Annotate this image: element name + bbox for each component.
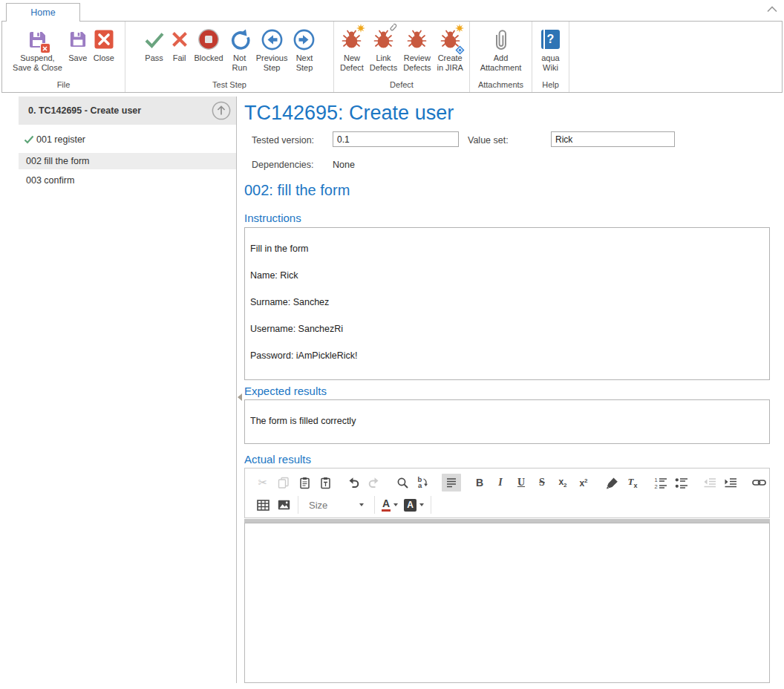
panel-divider: [236, 97, 237, 683]
button-label: Previous Step: [256, 53, 288, 73]
undo-icon[interactable]: [344, 474, 363, 492]
test-execution-main: TC142695: Create user Tested version: Va…: [244, 97, 770, 683]
subscript-icon[interactable]: x2: [553, 474, 572, 492]
value-set-label: Value set:: [468, 135, 509, 146]
table-icon[interactable]: [253, 496, 272, 514]
suspend-save-close-button[interactable]: Suspend, Save & Close: [10, 24, 65, 79]
bulleted-list-icon[interactable]: [672, 474, 691, 492]
button-label: Suspend, Save & Close: [13, 53, 62, 73]
step-heading: 002: fill the form: [244, 182, 350, 199]
chevron-down-icon: [359, 503, 364, 506]
review-defects-button[interactable]: Review Defects: [401, 24, 433, 79]
sidebar-item-001-register[interactable]: 001 register: [19, 131, 236, 148]
ribbon-group-help: ? aqua Wiki Help: [532, 22, 569, 92]
instructions-heading: Instructions: [244, 212, 301, 224]
underline-icon[interactable]: U: [512, 474, 531, 492]
button-label: Link Defects: [370, 53, 397, 73]
redo-icon[interactable]: [365, 474, 384, 492]
check-icon: [24, 135, 34, 144]
new-defect-button[interactable]: New Defect: [338, 24, 366, 79]
ribbon-group-attachments: Add Attachment Attachments: [470, 22, 532, 92]
previous-step-button[interactable]: Previous Step: [254, 24, 290, 79]
italic-icon[interactable]: I: [491, 474, 510, 492]
button-label: Not Run: [232, 53, 247, 73]
sidebar-header-label: 0. TC142695 - Create user: [28, 105, 141, 116]
actual-results-editor-content[interactable]: [244, 523, 770, 683]
not-run-button[interactable]: Not Run: [227, 24, 252, 79]
toolbar-row-1: ✂ ba: [252, 471, 762, 494]
floppy-icon: [68, 25, 88, 53]
numbered-list-icon[interactable]: 1 2: [651, 474, 670, 492]
tested-version-label: Tested version:: [252, 135, 314, 146]
select-all-icon[interactable]: [442, 474, 461, 492]
remove-format-icon[interactable]: Tx: [623, 474, 642, 492]
cross-icon: [171, 25, 189, 53]
arrow-right-circle-icon: [293, 25, 315, 53]
copy-formatting-icon[interactable]: [602, 474, 621, 492]
paste-icon[interactable]: [295, 474, 314, 492]
button-label: Review Defects: [403, 53, 431, 73]
sidebar-item-label: 002 fill the form: [26, 156, 89, 166]
floppy-suspend-icon: [27, 25, 48, 53]
svg-text:2: 2: [655, 483, 658, 489]
fail-button[interactable]: Fail: [169, 24, 191, 79]
close-icon: [94, 25, 114, 53]
cut-icon[interactable]: ✂: [253, 474, 272, 492]
splitter-collapse-icon[interactable]: [238, 394, 242, 401]
instruction-line: Username: SanchezRi: [250, 324, 764, 334]
bug-new-icon: [342, 25, 362, 53]
aqua-wiki-button[interactable]: ? aqua Wiki: [539, 24, 562, 79]
button-label: Create in JIRA: [437, 53, 463, 73]
copy-icon[interactable]: [274, 474, 293, 492]
link-defects-button[interactable]: Link Defects: [368, 24, 399, 79]
tab-home[interactable]: Home: [6, 3, 80, 22]
pass-button[interactable]: Pass: [142, 24, 167, 79]
replace-icon[interactable]: ba: [414, 474, 433, 492]
bold-icon[interactable]: B: [470, 474, 489, 492]
rich-text-toolbar: ✂ ba: [244, 468, 770, 518]
instruction-line: Fill in the form: [250, 244, 764, 254]
save-button[interactable]: Save: [66, 24, 90, 79]
image-icon[interactable]: [274, 496, 293, 514]
chevron-up-icon[interactable]: [767, 6, 777, 13]
superscript-icon[interactable]: x2: [574, 474, 593, 492]
button-label: aqua Wiki: [541, 53, 559, 73]
arrow-left-circle-icon: [261, 25, 283, 53]
create-in-jira-button[interactable]: Create in JIRA: [434, 24, 465, 79]
expected-results-text: The form is filled correctly: [250, 417, 764, 426]
toolbar-row-2: Size A A: [252, 494, 762, 516]
button-label: Pass: [145, 53, 163, 63]
increase-indent-icon[interactable]: [721, 474, 740, 492]
ribbon-empty-area: [569, 22, 782, 92]
stop-circle-icon: [197, 25, 220, 53]
font-size-select[interactable]: Size: [304, 496, 369, 514]
decrease-indent-icon[interactable]: [700, 474, 719, 492]
chevron-down-icon: [419, 503, 424, 506]
button-label: Save: [68, 53, 87, 63]
paste-text-icon[interactable]: [316, 474, 335, 492]
group-label-defect: Defect: [334, 79, 469, 92]
find-icon[interactable]: [393, 474, 412, 492]
instructions-box: Fill in the form Name: Rick Surname: San…: [244, 227, 770, 380]
close-button[interactable]: Close: [91, 24, 117, 79]
blocked-button[interactable]: Blocked: [192, 24, 226, 79]
sidebar-item-002-fill-the-form[interactable]: 002 fill the form: [19, 153, 236, 169]
font-size-label: Size: [309, 500, 327, 511]
instruction-line: Password: iAmPickleRick!: [250, 351, 764, 361]
strikethrough-icon[interactable]: S: [532, 474, 552, 492]
ribbon: Suspend, Save & Close Save: [1, 21, 783, 93]
expected-results-box: The form is filled correctly: [244, 399, 770, 444]
link-icon[interactable]: [749, 474, 768, 492]
text-color-icon[interactable]: A: [379, 496, 400, 514]
button-label: Blocked: [195, 53, 223, 63]
scroll-to-top-icon[interactable]: [212, 101, 231, 120]
dependencies-value: None: [333, 160, 355, 170]
add-attachment-button[interactable]: Add Attachment: [478, 24, 524, 79]
group-label-file: File: [2, 79, 125, 92]
sidebar-header[interactable]: 0. TC142695 - Create user: [19, 97, 236, 125]
value-set-input[interactable]: [551, 131, 675, 147]
background-color-icon[interactable]: A: [402, 496, 426, 514]
tested-version-input[interactable]: [333, 131, 459, 147]
next-step-button[interactable]: Next Step: [291, 24, 317, 79]
sidebar-item-003-confirm[interactable]: 003 confirm: [19, 172, 236, 189]
